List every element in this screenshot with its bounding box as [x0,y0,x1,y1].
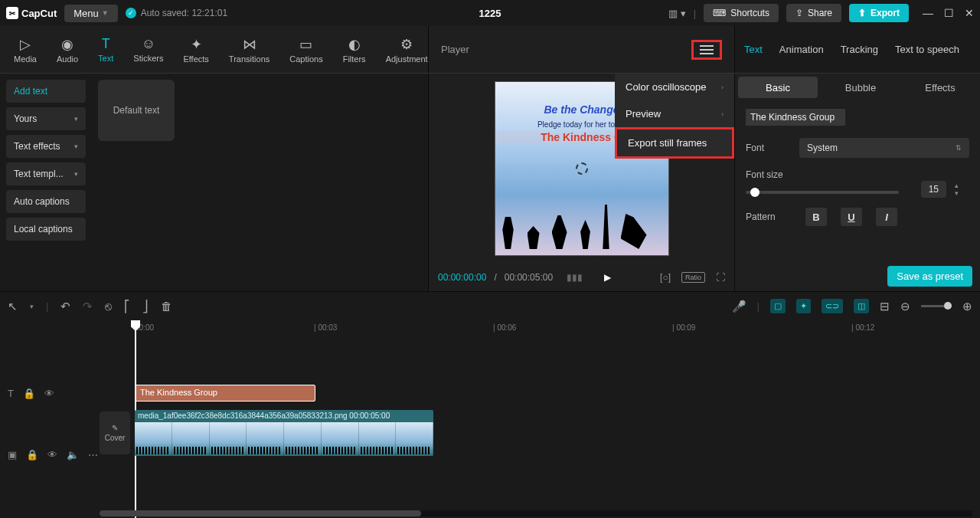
close-icon[interactable]: ✕ [965,7,974,19]
tab-filters[interactable]: ◐Filters [335,31,374,68]
maximize-icon[interactable]: ☐ [944,7,954,19]
app-name: CapCut [21,8,57,19]
titlebar: ✂ CapCut Menu ▼ ✓ Auto saved: 12:21:01 1… [0,0,980,26]
undo-button[interactable]: ↶ [60,300,70,313]
play-button[interactable]: ▶ [604,272,611,283]
dd-color-oscilloscope[interactable]: Color oscilloscope› [615,74,734,100]
layout-icon[interactable]: ▥ ▾ [668,8,686,19]
tab-stickers[interactable]: ☺Stickers [126,31,171,67]
side-text-templates[interactable]: Text templ...▾ [6,162,86,185]
tl-misc-icon[interactable]: ⊟ [880,300,890,313]
rtab-tracking[interactable]: Tracking [841,44,878,55]
tl-chip-2[interactable]: ✦ [796,299,811,313]
ratio-button[interactable]: Ratio [681,272,705,283]
dd-preview[interactable]: Preview› [615,100,734,127]
subtab-bubble[interactable]: Bubble [821,74,900,101]
split-right-tool[interactable]: ⎦ [142,300,149,313]
media-clip[interactable]: media_1af0ee36f2c38e8dc316a3844a356a39a0… [135,410,433,456]
font-size-row: Font size 15 ▴▾ [746,169,969,194]
subtab-basic[interactable]: Basic [738,77,818,98]
tl-chip-4[interactable]: ◫ [854,299,869,313]
left-tool-tabs: ▷Media ◉Audio TText ☺Stickers ✦Effects ⋈… [0,26,429,73]
underline-button[interactable]: U [841,208,862,226]
size-stepper[interactable]: ▴▾ [955,182,959,197]
bold-button[interactable]: B [805,208,827,226]
rtab-animation[interactable]: Animation [779,44,824,55]
scan-icon[interactable]: [○] [660,272,671,283]
fullscreen-icon[interactable]: ⛶ [716,272,725,283]
ruler-mark: | 00:06 [493,323,516,332]
side-text-effects[interactable]: Text effects▾ [6,135,86,158]
time-current: 00:00:00:00 [438,272,486,283]
player-menu-button[interactable] [700,45,714,54]
chevron-down-icon[interactable]: ▾ [30,303,34,310]
size-label: Font size [746,169,783,180]
zoom-in-icon[interactable]: ⊕ [962,300,972,313]
columns-icon[interactable]: ▮▮▮ [567,272,583,283]
eye-icon[interactable]: 👁 [44,388,54,399]
mic-icon[interactable]: 🎤 [732,300,746,313]
tl-chip-3[interactable]: ⊂⊃ [822,299,843,313]
lock-icon[interactable]: 🔒 [23,388,35,399]
eye-icon[interactable]: 👁 [47,449,57,461]
lock-icon[interactable]: 🔒 [26,449,38,461]
tab-text[interactable]: TText [90,31,121,67]
logo-icon: ✂ [6,7,18,19]
timeline-scrollbar[interactable] [100,510,972,516]
side-local-captions[interactable]: Local captions [6,218,86,241]
zoom-slider[interactable] [921,305,952,307]
media-icon: ▷ [20,36,31,53]
tab-audio[interactable]: ◉Audio [49,31,86,68]
font-select[interactable]: System ⇅ [799,138,969,158]
timeline-ruler[interactable]: 00:00 | 00:03 | 00:06 | 00:09 | 00:12 [135,320,980,339]
shortcuts-button[interactable]: ⌨ Shortcuts [704,4,779,22]
tab-media[interactable]: ▷Media [6,31,44,68]
effects-icon: ✦ [191,36,202,53]
redo-button[interactable]: ↷ [83,300,93,313]
export-icon: ⬆ [858,8,866,18]
tab-adjustment[interactable]: ⚙Adjustment [378,31,436,68]
text-track-head: T 🔒 👁 [0,388,100,399]
menu-button[interactable]: Menu ▼ [64,5,117,22]
delete-tool[interactable]: 🗑 [161,300,172,313]
side-yours[interactable]: Yours▾ [6,107,86,130]
side-auto-captions[interactable]: Auto captions [6,190,86,213]
zoom-thumb[interactable] [944,302,952,310]
tab-captions[interactable]: ▭Captions [282,31,330,68]
zoom-out-icon[interactable]: ⊖ [900,300,910,313]
chevron-updown-icon: ⇅ [956,144,962,152]
save-preset-button[interactable]: Save as preset [887,266,972,287]
timeline-scrollthumb[interactable] [100,510,421,516]
default-text-card[interactable]: Default text [98,80,175,141]
slider-thumb[interactable] [750,188,760,197]
split-left-tool[interactable]: ⎡ [124,300,130,313]
pointer-tool[interactable]: ↖ [8,300,18,313]
italic-button[interactable]: I [876,208,897,226]
cover-button[interactable]: ✎ Cover [100,411,130,454]
shortcuts-label: Shortcuts [730,8,769,18]
share-button[interactable]: ⇪ Share [786,4,841,22]
minimize-icon[interactable]: — [923,7,933,19]
split-tool[interactable]: ⎋ [105,300,112,313]
mute-icon[interactable]: 🔈 [67,449,79,461]
size-slider[interactable] [746,191,899,194]
tl-chip-1[interactable]: ▢ [770,299,786,313]
tab-transitions[interactable]: ⋈Transitions [221,31,277,68]
sync-icon [576,162,588,175]
more-icon[interactable]: ⋯ [88,449,98,461]
player-panel: Be the Change Pledge today for her tomo … [429,74,735,291]
left-panel: Add text Yours▾ Text effects▾ Text templ… [0,74,429,291]
side-add-text[interactable]: Add text [6,80,86,103]
size-value[interactable]: 15 [921,181,946,198]
text-clip[interactable]: The Kindness Group [135,385,315,402]
subtab-effects[interactable]: Effects [900,74,980,101]
text-content-input[interactable] [746,109,845,126]
timeline: 00:00 | 00:03 | 00:06 | 00:09 | 00:12 T … [0,320,980,518]
text-track-icon: T [8,388,14,399]
export-button[interactable]: ⬆ Export [849,4,909,22]
dd-export-still-frames[interactable]: Export still frames [615,127,734,159]
rtab-tts[interactable]: Text to speech [895,44,959,55]
tab-effects[interactable]: ✦Effects [175,31,216,68]
filters-icon: ◐ [348,36,361,53]
rtab-text[interactable]: Text [744,44,763,55]
